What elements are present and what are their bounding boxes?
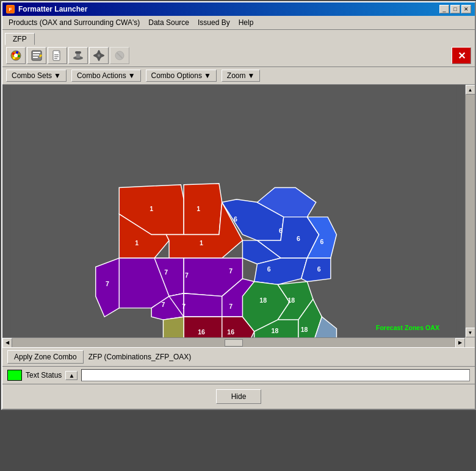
text-status-bar: Text Status ▲	[2, 367, 475, 384]
zoom-arrow: ▼	[247, 71, 254, 80]
title-buttons: _ □ ✕	[439, 5, 471, 13]
menu-issuedby[interactable]: Issued By	[194, 17, 234, 28]
status-bar: Apply Zone Combo ZFP (Combinations_ZFP_O…	[2, 347, 475, 367]
svg-point-6	[13, 57, 15, 59]
file-button[interactable]	[48, 47, 67, 64]
minimize-button[interactable]: _	[439, 5, 449, 13]
svg-rect-13	[54, 54, 59, 56]
scroll-down-btn[interactable]: ▼	[466, 328, 475, 337]
svg-rect-14	[54, 56, 59, 57]
title-bar-left: F Formatter Launcher	[6, 5, 87, 13]
svg-point-21	[98, 54, 100, 57]
svg-text:F: F	[9, 7, 12, 12]
menu-products[interactable]: Products (OAX and Surrounding CWA's)	[5, 17, 143, 28]
text-status-arrow-btn[interactable]: ▲	[65, 371, 78, 380]
scroll-v-track[interactable]	[466, 95, 475, 328]
svg-point-3	[12, 52, 15, 55]
status-text: ZFP (Combinations_ZFP_OAX)	[88, 353, 192, 361]
combo-actions-btn[interactable]: Combo Actions ▼	[71, 70, 141, 82]
horizontal-scrollbar[interactable]: ◀ ▶	[2, 337, 465, 347]
tab-bar: ZFP	[2, 30, 475, 45]
scroll-left-btn[interactable]: ◀	[2, 338, 12, 348]
menu-help[interactable]: Help	[235, 17, 258, 28]
title-bar: F Formatter Launcher _ □ ✕	[2, 2, 475, 16]
svg-marker-44	[184, 317, 222, 337]
combo-actions-arrow: ▼	[128, 71, 135, 80]
svg-rect-9	[33, 52, 40, 53]
svg-marker-26	[184, 184, 222, 235]
combo-sets-btn[interactable]: Combo Sets ▼	[6, 70, 67, 82]
palette-button[interactable]	[6, 47, 26, 64]
main-window: F Formatter Launcher _ □ ✕ Products (OAX…	[1, 1, 476, 410]
zoom-btn[interactable]: Zoom ▼	[222, 70, 261, 82]
hide-button[interactable]: Hide	[216, 389, 262, 404]
combo-bar: Combo Sets ▼ Combo Actions ▼ Combo Optio…	[2, 67, 475, 85]
map-area[interactable]: 1 1 1 1 6 6 6 6 6 6 7 7 7 7 7 7 7 16 16 …	[2, 85, 465, 337]
toolbar: ✕	[2, 45, 475, 67]
svg-rect-11	[33, 57, 38, 58]
toolbar-left	[6, 47, 129, 64]
scroll-right-btn[interactable]: ▶	[455, 338, 465, 348]
svg-rect-15	[54, 58, 57, 59]
scrollbar-corner	[465, 337, 475, 347]
svg-point-7	[14, 54, 18, 57]
apply-zone-combo-button[interactable]: Apply Zone Combo	[7, 350, 84, 364]
combo-options-btn[interactable]: Combo Options ▼	[146, 70, 217, 82]
vertical-scrollbar[interactable]: ▲ ▼	[465, 85, 475, 337]
svg-point-4	[16, 51, 18, 54]
maximize-button[interactable]: □	[450, 5, 460, 13]
close-button[interactable]: ✕	[461, 5, 471, 13]
forecast-label: Forecast Zones OAX	[376, 324, 439, 331]
window-title: Formatter Launcher	[18, 5, 87, 13]
zone-map: 1 1 1 1 6 6 6 6 6 6 7 7 7 7 7 7 7 16 16 …	[2, 85, 465, 337]
map-container: 1 1 1 1 6 6 6 6 6 6 7 7 7 7 7 7 7 16 16 …	[2, 85, 475, 347]
menu-datasource[interactable]: Data Source	[145, 17, 193, 28]
svg-point-5	[18, 55, 20, 57]
combo-options-arrow: ▼	[204, 71, 211, 80]
app-icon: F	[6, 5, 15, 13]
svg-rect-18	[75, 51, 81, 54]
stop-button[interactable]	[110, 47, 129, 64]
scroll-h-track[interactable]	[12, 338, 455, 347]
close-red-button[interactable]: ✕	[452, 47, 471, 64]
stamp-button[interactable]	[68, 47, 88, 64]
text-status-label: Text Status	[26, 371, 62, 379]
text-status-input[interactable]	[81, 369, 470, 381]
svg-rect-10	[33, 54, 39, 56]
gear-button[interactable]	[89, 47, 109, 64]
combo-sets-arrow: ▼	[54, 71, 61, 80]
bottom-bar: Hide	[2, 384, 475, 409]
svg-marker-54	[163, 317, 184, 337]
svg-marker-42	[184, 293, 222, 317]
edit-button[interactable]	[27, 47, 46, 64]
menubar: Products (OAX and Surrounding CWA's) Dat…	[2, 16, 475, 30]
tab-zfp[interactable]: ZFP	[5, 33, 35, 45]
text-status-indicator	[7, 370, 22, 381]
scroll-up-btn[interactable]: ▲	[466, 85, 475, 95]
